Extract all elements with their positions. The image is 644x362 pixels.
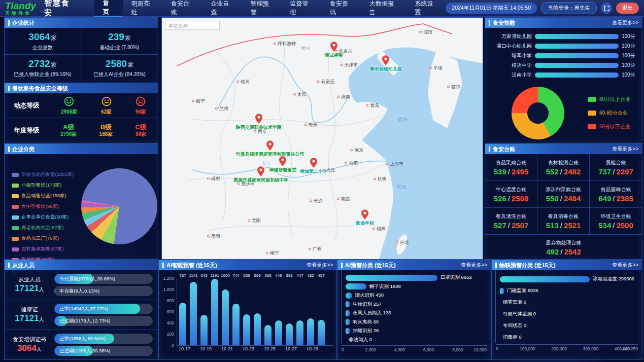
bar-value-label: 1141 xyxy=(189,273,197,278)
map-marker-label[interactable]: 竹溪县福泽酒店管理有限责任公司 xyxy=(235,151,304,158)
ledger-total: 2508 xyxy=(512,194,528,203)
map-pin-icon[interactable] xyxy=(310,158,317,168)
category-legend-item[interactable]: 企事业单位食堂(90家) xyxy=(12,214,81,221)
map-pin-icon[interactable] xyxy=(279,156,287,166)
nav-item-大数据报告[interactable]: 大数据报告 xyxy=(361,0,406,16)
category-legend-item[interactable]: 大中型餐饮(98家) xyxy=(12,203,81,210)
grade-item: A级2790家 xyxy=(60,124,77,137)
axis-tick-label: 4,000 xyxy=(394,347,405,352)
stat-value: 3064家 xyxy=(28,31,56,43)
nav-item-首页[interactable]: 首页 xyxy=(94,0,123,17)
index-score: 100分 xyxy=(622,71,638,79)
legend-swatch xyxy=(12,237,19,241)
h-bar-label: 夜间人员闯入 136 xyxy=(353,310,391,316)
ai-warning-more-link[interactable]: 查看更多>> xyxy=(307,262,333,269)
donut-legend-item[interactable]: 80分以上企业 xyxy=(588,96,630,103)
bar-value-label: 363 xyxy=(264,273,271,278)
map-marker-label[interactable]: 凯远学校 xyxy=(356,220,374,227)
iot-category-more-link[interactable]: 查看更多>> xyxy=(612,262,638,269)
axis-tick-label: 0 xyxy=(496,346,498,351)
h-bar-rows: 冰箱温湿度 299506门磁监测 5035烟雾监测 0可燃气体监测 0专间状态 … xyxy=(495,270,642,343)
y-tick-label: 800 xyxy=(167,298,174,303)
map-marker-label[interactable]: 黎明创城幼儿园 xyxy=(370,66,402,73)
nav-item-智能预警[interactable]: 智能预警 xyxy=(242,0,281,16)
category-legend-item[interactable]: 食品加工厂(76家) xyxy=(12,235,81,242)
nav-item-明厨亮灶[interactable]: 明厨亮灶 xyxy=(123,0,162,16)
staff-group-label: 健康证 xyxy=(5,306,54,313)
ledger-numbers: 737/2297 xyxy=(598,167,633,176)
logo-text-en: Tiandy xyxy=(5,1,36,11)
donut-legend-item[interactable]: 60分以下企业 xyxy=(588,123,630,130)
bar-slot: 569 xyxy=(254,278,261,345)
y-tick-label: 400 xyxy=(167,320,174,325)
bar xyxy=(275,320,282,345)
category-legend-item[interactable]: 小微型餐饮(173家) xyxy=(12,182,81,189)
safety-index-row: 模店中学100分 xyxy=(485,60,642,70)
category-legend-item[interactable]: 食品销售经营(158家) xyxy=(12,193,81,199)
bar-slot: 559 xyxy=(243,278,250,345)
city-dot-icon xyxy=(386,162,388,165)
map-marker-label[interactable]: 坤德智慧食堂 xyxy=(269,167,296,173)
map-body[interactable]: 沈阳呼和浩特北京市天津市平壤首尔银川石家庄太原济南青岛西宁兰州郑州西安南京上海市… xyxy=(162,18,483,259)
category-legend-item[interactable]: 学校含幼托食堂(2281家) xyxy=(12,171,81,178)
legend-swatch xyxy=(12,184,19,188)
map-marker-label[interactable]: 陕西交通职业技术学院 xyxy=(236,124,282,131)
index-bar xyxy=(535,44,619,49)
logout-button[interactable]: 退出 xyxy=(616,3,639,14)
index-bar xyxy=(535,34,619,39)
food-safety-level-header: 餐饮服务食品安全等级 xyxy=(5,83,158,93)
h-bar-label: 生物识别 257 xyxy=(353,301,382,308)
nav-item-食安资讯[interactable]: 食安资讯 xyxy=(321,0,361,16)
ai-category-more-link[interactable]: 查看更多>> xyxy=(461,262,487,269)
fullscreen-button[interactable] xyxy=(601,3,612,14)
legend-swatch xyxy=(12,194,19,198)
ai-warning-header: AI智能预警 (近15天) 查看更多>> xyxy=(159,260,336,270)
y-tick-label: 200 xyxy=(167,332,174,337)
bar xyxy=(243,314,250,346)
nav-item-监督管理[interactable]: 监督管理 xyxy=(282,0,321,16)
safety-index-more-link[interactable]: 查看更多>> xyxy=(612,19,638,26)
ledger-cell: 餐具消毒台账513/2521 xyxy=(537,208,590,235)
nav-item-系统设置[interactable]: 系统设置 xyxy=(406,0,446,16)
bar-value-label: 569 xyxy=(254,273,260,278)
city-name: 上海市 xyxy=(390,160,403,167)
category-legend-item[interactable]: 养老机构食堂(87家) xyxy=(12,225,81,231)
map-marker-label[interactable]: 树城第二小学 xyxy=(300,168,327,175)
map-search-input[interactable] xyxy=(165,21,220,30)
staff-progress-fill xyxy=(54,286,55,296)
category-legend-item[interactable]: 农村集体聚餐(67家) xyxy=(12,246,81,252)
map-pin-icon[interactable] xyxy=(382,55,390,65)
map-pin-icon[interactable] xyxy=(361,209,369,220)
bar-slot: 449 xyxy=(275,278,282,345)
stat-value: 2732家 xyxy=(28,58,56,69)
map-pin-icon[interactable] xyxy=(266,140,274,151)
nav-item-食安台账[interactable]: 食安台账 xyxy=(162,0,202,16)
y-tick-label: 0 xyxy=(172,343,174,348)
h-bar-label: 专间状态 0 xyxy=(503,322,526,329)
map-pin-icon[interactable] xyxy=(330,42,337,52)
axis-tick-label: 10,000 xyxy=(473,347,487,352)
map-pin-icon[interactable] xyxy=(257,166,265,176)
donut-legend-item[interactable]: 60-80分企业 xyxy=(588,110,630,117)
app-title: 智慧食安 xyxy=(44,0,77,18)
x-axis-labels: 10-1710-1910-2110-2310-2510-2710-29 xyxy=(177,346,333,351)
bar-value-label: 447 xyxy=(296,273,303,278)
level-count: 62家 xyxy=(101,109,112,115)
city-name: 天津市 xyxy=(345,61,358,68)
nav-item-企业自查[interactable]: 企业自查 xyxy=(202,0,242,16)
x-tick-label: 10-27 xyxy=(285,346,292,351)
bar xyxy=(296,320,303,345)
china-map-panel[interactable]: 沈阳呼和浩特北京市天津市平壤首尔银川石家庄太原济南青岛西宁兰州郑州西安南京上海市… xyxy=(161,17,483,260)
map-marker-label[interactable]: 恩施市盛家坝民族初级中学 xyxy=(233,177,288,184)
h-bar-row: 可燃气体监测 0 xyxy=(500,308,639,320)
city-dot-icon xyxy=(337,96,340,98)
map-pin-icon[interactable] xyxy=(255,114,262,124)
panel-title: AI智能预警 (近15天) xyxy=(166,262,217,269)
ledger-done: 527 xyxy=(494,221,506,230)
ledger-more-link[interactable]: 查看更多>> xyxy=(612,146,638,153)
city-name: 福州 xyxy=(377,226,386,232)
map-city-label: 成都 xyxy=(207,175,220,182)
map-marker-label[interactable]: 测试柜智 xyxy=(325,52,343,59)
axis-tick-label: 200,000 xyxy=(551,346,567,351)
legend-label: 60-80分企业 xyxy=(599,110,628,117)
